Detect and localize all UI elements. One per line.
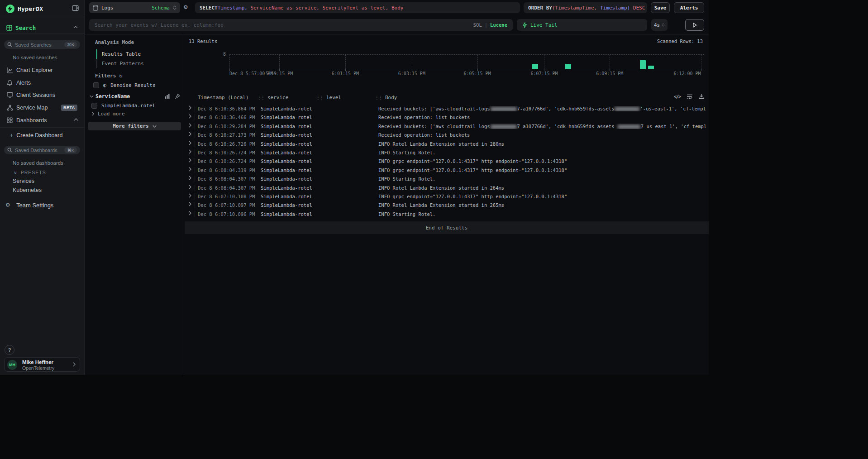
alerts-button[interactable]: Alerts: [674, 2, 704, 13]
cell-timestamp: Dec 8 6:08:04.307 PM: [198, 176, 255, 182]
create-dashboard-button[interactable]: +Create Dashboard: [10, 132, 62, 139]
facet-value-checkbox[interactable]: [91, 103, 97, 109]
schema-link[interactable]: Schema: [152, 5, 170, 11]
sidebar-item-search[interactable]: Search: [0, 23, 84, 33]
select-query-input[interactable]: SELECT Timestamp, ServiceName as service…: [195, 2, 520, 13]
search-icon: [7, 42, 12, 47]
live-tail-button[interactable]: Live Tail: [517, 19, 647, 31]
row-expand-chevron-icon[interactable]: [189, 132, 191, 136]
load-more-button[interactable]: Load more: [92, 111, 125, 117]
log-row[interactable]: Dec 8 6:08:04.307 PMSimpleLambda-rotelIN…: [185, 184, 709, 192]
column-separator: [195, 141, 195, 147]
bar-chart-icon[interactable]: [165, 94, 170, 99]
cell-body: INFO Rotel Lambda Extension started in 2…: [378, 202, 706, 208]
sidebar-item-kubernetes[interactable]: Kubernetes: [13, 187, 42, 193]
column-separator: [195, 167, 195, 173]
axis-tick: [701, 69, 701, 71]
chevron-up-icon[interactable]: [74, 118, 78, 121]
chart-bar[interactable]: [565, 64, 571, 69]
log-row[interactable]: Dec 8 6:10:36.466 PMSimpleLambda-rotelRe…: [185, 113, 709, 122]
sidebar-item-chart-explorer[interactable]: Chart Explorer: [0, 64, 85, 76]
log-row[interactable]: Dec 8 6:07:10.097 PMSimpleLambda-rotelIN…: [185, 201, 709, 210]
language-toggle-lucene[interactable]: Lucene: [490, 22, 507, 28]
sidebar-item-dashboards[interactable]: Dashboards: [0, 114, 85, 127]
row-expand-chevron-icon[interactable]: [189, 176, 191, 180]
row-expand-chevron-icon[interactable]: [189, 105, 191, 110]
sidebar-item-client-sessions[interactable]: Client Sessions: [0, 89, 85, 101]
log-row[interactable]: Dec 8 6:10:26.726 PMSimpleLambda-rotelIN…: [185, 140, 709, 148]
row-expand-chevron-icon[interactable]: [189, 158, 191, 163]
save-button[interactable]: Save: [651, 2, 670, 13]
analysis-option-results-table[interactable]: Results Table: [96, 49, 173, 59]
redacted-text: [618, 124, 640, 129]
facet-servicename-header[interactable]: ServiceName: [90, 93, 180, 100]
pin-icon[interactable]: [175, 94, 180, 99]
log-row[interactable]: Dec 8 6:10:26.724 PMSimpleLambda-rotelIN…: [185, 157, 709, 166]
log-row[interactable]: Dec 8 6:08:04.319 PMSimpleLambda-rotelIN…: [185, 166, 709, 175]
more-filters-button[interactable]: More filters: [88, 122, 181, 130]
facet-value-label: SimpleLambda-rotel: [101, 103, 155, 109]
log-row[interactable]: Dec 8 6:07:10.108 PMSimpleLambda-rotelIN…: [185, 192, 709, 201]
search-input[interactable]: Search your events w/ Lucene ex. column:…: [89, 19, 513, 31]
column-header-body[interactable]: ⋮⋮Body: [375, 95, 397, 100]
saved-searches-input[interactable]: Saved Searches ⌘K: [4, 40, 80, 49]
log-row[interactable]: Dec 8 6:10:26.724 PMSimpleLambda-rotelIN…: [185, 148, 709, 157]
language-toggle-sql[interactable]: SQL: [473, 22, 482, 28]
x-tick-label: 6:12:00 PM: [673, 71, 701, 76]
collapse-sidebar-icon[interactable]: [72, 5, 79, 11]
drag-handle-icon[interactable]: ⋮⋮: [316, 95, 323, 100]
source-settings-gear-icon[interactable]: ⚙: [184, 4, 187, 10]
row-expand-chevron-icon[interactable]: [189, 123, 191, 128]
drag-handle-icon[interactable]: ⋮⋮: [257, 95, 264, 100]
help-button[interactable]: ?: [5, 345, 14, 355]
hyperdx-logo-icon: [6, 5, 14, 13]
column-header-service[interactable]: ⋮⋮service: [257, 95, 288, 100]
analysis-option-event-patterns[interactable]: Event Patterns: [96, 59, 173, 68]
denoise-checkbox[interactable]: [93, 82, 99, 88]
log-row[interactable]: Dec 8 6:10:27.173 PMSimpleLambda-rotelRe…: [185, 131, 709, 139]
row-expand-chevron-icon[interactable]: [189, 114, 191, 119]
drag-handle-icon[interactable]: ⋮⋮: [375, 95, 382, 100]
row-expand-chevron-icon[interactable]: [189, 167, 191, 172]
sql-token: Timestamp): [597, 5, 630, 11]
order-by-input[interactable]: ORDER BY (TimestampTime, Timestamp) DESC: [524, 2, 647, 13]
row-expand-chevron-icon[interactable]: [189, 211, 191, 215]
cell-body: INFO grpc_endpoint="127.0.0.1:4317" http…: [378, 158, 706, 164]
vertical-gridline: [279, 55, 280, 69]
log-row[interactable]: Dec 8 6:10:29.284 PMSimpleLambda-rotelRe…: [185, 122, 709, 131]
presets-section[interactable]: ∨PRESETS: [14, 170, 46, 175]
sidebar-item-alerts[interactable]: Alerts: [0, 76, 85, 89]
user-profile-card[interactable]: MH Mike Heffner OpenTelemetry: [4, 357, 80, 372]
row-expand-chevron-icon[interactable]: [189, 202, 191, 206]
log-row[interactable]: Dec 8 6:10:36.864 PMSimpleLambda-rotelRe…: [185, 105, 709, 113]
chart-bar[interactable]: [640, 60, 646, 69]
sidebar-item-service-map[interactable]: Service Map BETA: [0, 101, 85, 114]
stepper-chevrons-icon[interactable]: [662, 23, 665, 27]
sql-token: Timestamp,: [218, 5, 248, 11]
column-header-level[interactable]: ⋮⋮level: [316, 95, 341, 100]
sidebar-item-services[interactable]: Services: [13, 178, 34, 184]
log-row[interactable]: Dec 8 6:07:10.096 PMSimpleLambda-rotelIN…: [185, 210, 709, 219]
chevron-up-icon[interactable]: [73, 26, 78, 29]
row-expand-chevron-icon[interactable]: [189, 193, 191, 198]
play-button[interactable]: [685, 19, 704, 31]
sidebar-item-label: Dashboards: [16, 117, 47, 124]
row-expand-chevron-icon[interactable]: [189, 185, 191, 189]
saved-dashboards-input[interactable]: Saved Dashboards ⌘K: [4, 146, 80, 154]
cell-service: SimpleLambda-rotel: [261, 176, 312, 182]
row-expand-chevron-icon[interactable]: [189, 141, 191, 145]
chart-bar[interactable]: [532, 64, 538, 69]
refresh-icon[interactable]: ↻: [119, 72, 122, 79]
sidebar-item-label: Alerts: [16, 80, 31, 86]
end-of-results: End of Results: [185, 221, 709, 234]
sidebar-item-team-settings[interactable]: ⚙ Team Settings: [0, 199, 85, 211]
column-header-timestamp[interactable]: Timestamp (Local): [198, 95, 249, 100]
source-selector[interactable]: Logs Schema: [89, 2, 180, 13]
cell-service: SimpleLambda-rotel: [261, 124, 312, 129]
refresh-interval-stepper[interactable]: 4s: [651, 19, 668, 31]
log-row[interactable]: Dec 8 6:08:04.307 PMSimpleLambda-rotelIN…: [185, 175, 709, 183]
chart-bar[interactable]: [648, 66, 654, 69]
row-expand-chevron-icon[interactable]: [189, 149, 191, 154]
vertical-gridline: [701, 55, 701, 69]
select-chevrons-icon[interactable]: [173, 5, 176, 10]
